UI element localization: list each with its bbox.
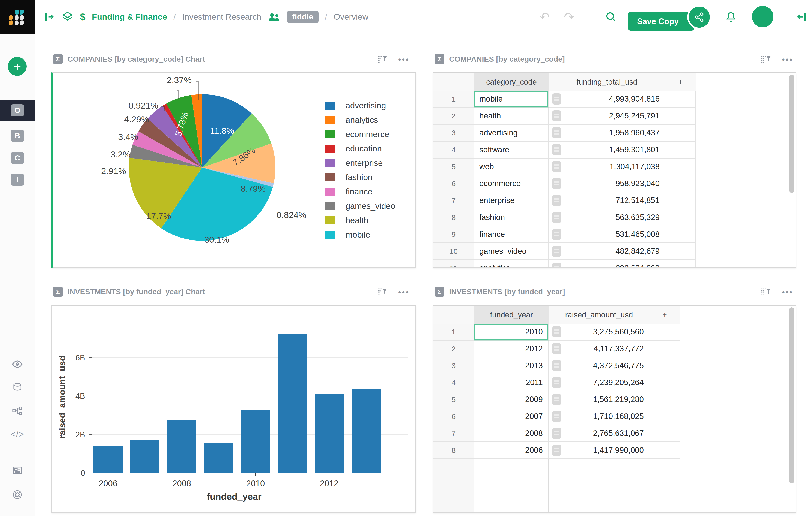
bar-2012[interactable] — [315, 394, 344, 473]
row-number-cell[interactable]: 8 — [433, 209, 474, 225]
empty-cell[interactable] — [649, 408, 680, 425]
row-number-cell[interactable]: 9 — [433, 226, 474, 242]
value-cell[interactable]: 482,842,679 — [549, 243, 665, 260]
year-cell[interactable]: 2009 — [474, 391, 549, 407]
investments-chart-menu[interactable]: ••• — [398, 288, 410, 297]
bar-2006[interactable] — [93, 446, 123, 473]
category-cell[interactable]: advertising — [474, 125, 549, 141]
filter-sort-icon[interactable] — [760, 54, 772, 65]
number-format-icon[interactable] — [552, 110, 561, 121]
year-cell[interactable]: 2006 — [474, 442, 549, 458]
empty-cell[interactable] — [665, 209, 696, 225]
row-number-cell[interactable]: 6 — [433, 176, 474, 192]
year-cell[interactable]: 2010 — [474, 324, 549, 340]
row-number-cell[interactable]: 11 — [433, 260, 474, 267]
empty-cell[interactable] — [665, 226, 696, 242]
empty-cell[interactable] — [649, 442, 680, 458]
category-cell[interactable]: analytics — [474, 260, 549, 267]
bar-2011[interactable] — [278, 334, 307, 473]
legend-item-fashion[interactable]: fashion — [325, 173, 395, 182]
code-view-button[interactable]: </> — [0, 429, 35, 440]
value-cell[interactable]: 3,275,560,560 — [549, 324, 649, 340]
column-header-funded-year[interactable]: funded_year — [474, 306, 549, 324]
value-cell[interactable]: 393,634,069 — [549, 260, 665, 267]
sidebar-item-I[interactable]: I — [0, 169, 35, 190]
filter-sort-icon[interactable] — [376, 54, 388, 65]
app-logo[interactable] — [0, 0, 35, 34]
row-number-cell[interactable]: 8 — [433, 442, 474, 458]
news-button[interactable] — [0, 465, 35, 476]
value-cell[interactable]: 4,993,904,816 — [549, 91, 665, 107]
value-cell[interactable]: 563,635,329 — [549, 209, 665, 225]
redo-button[interactable]: ↷ — [562, 0, 577, 34]
empty-cell[interactable] — [665, 243, 696, 260]
number-format-icon[interactable] — [552, 127, 561, 139]
investments-chart-title[interactable]: INVESTMENTS [by funded_year] Chart — [67, 287, 205, 296]
category-cell[interactable]: mobile — [474, 91, 549, 107]
avatar[interactable] — [752, 6, 774, 27]
sidebar-item-B[interactable]: B — [0, 125, 35, 146]
undo-button[interactable]: ↶ — [537, 0, 552, 34]
number-format-icon[interactable] — [552, 178, 561, 189]
value-cell[interactable]: 712,514,851 — [549, 192, 665, 209]
fiddle-badge[interactable]: fiddle — [287, 11, 319, 23]
number-format-icon[interactable] — [552, 428, 561, 439]
legend-item-analytics[interactable]: analytics — [325, 116, 395, 124]
data-sources-button[interactable] — [0, 382, 35, 393]
value-cell[interactable]: 1,561,219,280 — [549, 391, 649, 407]
row-number-cell[interactable]: 1 — [433, 91, 474, 107]
search-button[interactable] — [603, 0, 618, 34]
empty-cell[interactable] — [665, 91, 696, 107]
add-column-button[interactable]: + — [665, 73, 696, 91]
sidebar-item-O[interactable]: O — [0, 100, 35, 121]
number-format-icon[interactable] — [552, 161, 561, 172]
row-number-cell[interactable]: 4 — [433, 142, 474, 158]
number-format-icon[interactable] — [552, 195, 561, 206]
value-cell[interactable]: 1,304,117,038 — [549, 158, 665, 175]
dependencies-button[interactable] — [0, 405, 35, 416]
number-format-icon[interactable] — [552, 394, 561, 405]
legend-item-finance[interactable]: finance — [325, 187, 395, 196]
companies-chart-card[interactable]: 11.8%7.86%8.79%0.824%30.1%17.7%2.91%3.2%… — [52, 72, 416, 268]
category-cell[interactable]: finance — [474, 226, 549, 242]
number-format-icon[interactable] — [552, 360, 561, 371]
category-cell[interactable]: enterprise — [474, 192, 549, 209]
add-element-button[interactable]: + — [8, 57, 27, 76]
row-number-cell[interactable]: 7 — [433, 425, 474, 442]
empty-cell[interactable] — [665, 260, 696, 267]
investments-table-menu[interactable]: ••• — [782, 288, 793, 297]
row-number-cell[interactable]: 2 — [433, 340, 474, 357]
legend-item-advertising[interactable]: advertising — [325, 101, 395, 110]
companies-table-scrollbar[interactable] — [789, 74, 794, 193]
investments-table-card[interactable]: funded_year raised_amount_usd + 120103,2… — [433, 305, 796, 513]
row-number-cell[interactable]: 1 — [433, 324, 474, 340]
investments-chart-card[interactable]: 02B4B6B2006200820102012funded_yearraised… — [52, 305, 416, 513]
row-number-cell[interactable]: 3 — [433, 125, 474, 141]
bar-2013[interactable] — [352, 389, 381, 473]
legend-item-enterprise[interactable]: enterprise — [325, 158, 395, 168]
empty-cell[interactable] — [665, 125, 696, 141]
save-copy-button[interactable]: Save Copy — [628, 12, 694, 31]
row-number-cell[interactable]: 7 — [433, 192, 474, 209]
legend-item-education[interactable]: education — [325, 144, 395, 153]
value-cell[interactable]: 958,923,040 — [549, 176, 665, 192]
sidebar-item-C[interactable]: C — [0, 147, 35, 169]
collapse-panel-button[interactable] — [794, 0, 809, 34]
companies-table-menu[interactable]: ••• — [782, 55, 793, 64]
year-cell[interactable]: 2007 — [474, 408, 549, 425]
legend-scrollbar[interactable] — [415, 96, 416, 208]
number-format-icon[interactable] — [552, 377, 561, 388]
row-number-cell[interactable]: 5 — [433, 158, 474, 175]
row-number-cell[interactable]: 3 — [433, 358, 474, 374]
value-cell[interactable]: 2,945,245,791 — [549, 108, 665, 124]
empty-cell[interactable] — [649, 391, 680, 407]
value-cell[interactable]: 531,465,008 — [549, 226, 665, 242]
number-format-icon[interactable] — [552, 411, 561, 422]
year-cell[interactable]: 2013 — [474, 358, 549, 374]
category-cell[interactable]: ecommerce — [474, 176, 549, 192]
number-format-icon[interactable] — [552, 246, 561, 257]
value-cell[interactable]: 1,459,301,801 — [549, 142, 665, 158]
year-cell[interactable]: 2011 — [474, 374, 549, 391]
companies-table-card[interactable]: category_code funding_total_usd + 1mobil… — [433, 72, 796, 268]
row-number-cell[interactable]: 5 — [433, 391, 474, 407]
